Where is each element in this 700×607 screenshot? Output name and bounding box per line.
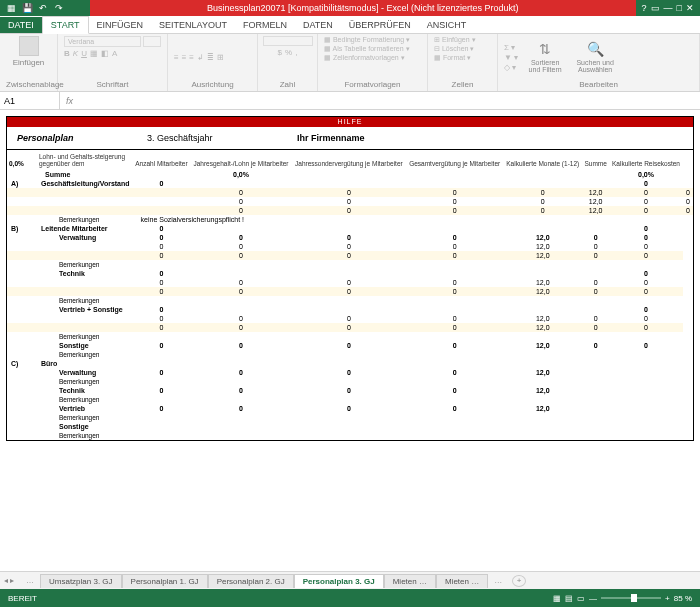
redo-icon[interactable]: ↷ (54, 3, 64, 13)
close-icon[interactable]: ✕ (686, 3, 694, 13)
col-1: Anzahl Mitarbeiter (133, 150, 191, 170)
help-strip: HILFE (7, 117, 693, 127)
group-cells-label: Zellen (434, 78, 491, 89)
zoom-slider[interactable] (601, 597, 661, 599)
undo-icon[interactable]: ↶ (38, 3, 48, 13)
find-select-button[interactable]: 🔍 Suchen und Auswählen (572, 41, 618, 73)
currency-icon[interactable]: $ (278, 48, 282, 57)
zoom-out[interactable]: — (589, 594, 597, 603)
table-row: A)Geschäftsleitung/Vorstand00 (7, 179, 693, 188)
status-bar: BEREIT ▦ ▤ ▭ — + 85 % (0, 589, 700, 607)
table-row: B)Leitende Mitarbeiter00 (7, 224, 693, 233)
pct-label: Lohn- und Gehalts-steigerung gegenüber d… (39, 153, 125, 167)
align-top-icon[interactable]: ≡ (174, 53, 179, 62)
percent-icon[interactable]: % (285, 48, 292, 57)
minimize-icon[interactable]: — (664, 3, 673, 13)
border-button[interactable]: ▦ (90, 49, 98, 58)
align-left-icon[interactable]: ≣ (207, 53, 214, 62)
sheet-tab[interactable]: Mieten … (384, 574, 436, 588)
paste-button[interactable]: Einfügen (6, 36, 51, 67)
italic-button[interactable]: K (73, 49, 78, 58)
col-3: Jahressondervergütung je Mitarbeiter (292, 150, 406, 170)
sheet-tab[interactable]: Personalplan 3. GJ (294, 574, 384, 588)
sort-filter-button[interactable]: ⇅ Sortieren und Filtern (524, 41, 566, 73)
align-middle-icon[interactable]: ≡ (182, 53, 187, 62)
ribbon: Einfügen Zwischenablage Verdana B K U ▦ … (0, 34, 700, 92)
group-number-label: Zahl (264, 78, 311, 89)
group-alignment-label: Ausrichtung (174, 78, 251, 89)
table-row: C)Büro (7, 359, 693, 368)
tab-file[interactable]: DATEI (0, 17, 42, 33)
cond-format-button[interactable]: ▦ Bedingte Formatierung ▾ (324, 36, 410, 44)
sheet-tab[interactable]: Mieten … (436, 574, 488, 588)
sheet-more-left[interactable]: … (20, 576, 40, 585)
fill-icon[interactable]: ▼ ▾ (504, 53, 518, 62)
titlebar: ▦ 💾 ↶ ↷ Businessplan20071 [Kompatibilitä… (0, 0, 700, 16)
table-row: 000012,000 (7, 197, 693, 206)
format-table-button[interactable]: ▦ Als Tabelle formatieren ▾ (324, 45, 410, 53)
col-7: Kalkulierte Reisekosten (609, 150, 683, 170)
clear-icon[interactable]: ◇ ▾ (504, 63, 518, 72)
font-color-button[interactable]: A (112, 49, 117, 58)
table-row: Summe0,0%0,0% (7, 170, 693, 179)
worksheet[interactable]: HILFE Personalplan 3. Geschäftsjahr Ihr … (0, 110, 700, 571)
zoom-in[interactable]: + (665, 594, 670, 603)
number-format-select[interactable] (263, 36, 313, 46)
table-row: Technik00 (7, 269, 693, 278)
cell-styles-button[interactable]: ▦ Zellenformatvorlagen ▾ (324, 54, 405, 62)
sheet-tab[interactable]: Umsatzplan 3. GJ (40, 574, 122, 588)
align-bottom-icon[interactable]: ≡ (189, 53, 194, 62)
save-icon[interactable]: 💾 (22, 3, 32, 13)
table-row: Bemerkungen (7, 395, 693, 404)
tab-view[interactable]: ANSICHT (419, 17, 475, 33)
ribbon-options-icon[interactable]: ▭ (651, 3, 660, 13)
table-row: Vertrieb + Sonstige00 (7, 305, 693, 314)
wrap-text-icon[interactable]: ↲ (197, 53, 204, 62)
tab-home[interactable]: START (42, 16, 89, 34)
merge-icon[interactable]: ⊞ (217, 53, 224, 62)
view-normal-icon[interactable]: ▦ (553, 594, 561, 603)
insert-cells-button[interactable]: ⊞ Einfügen ▾ (434, 36, 476, 44)
pct-value: 0,0% (9, 160, 24, 167)
formula-input[interactable] (79, 96, 700, 106)
font-name-select[interactable]: Verdana (64, 36, 141, 47)
group-editing: Σ ▾ ▼ ▾ ◇ ▾ ⇅ Sortieren und Filtern 🔍 Su… (498, 34, 700, 91)
fill-color-button[interactable]: ◧ (101, 49, 109, 58)
font-size-select[interactable] (143, 36, 161, 47)
delete-cells-button[interactable]: ⊟ Löschen ▾ (434, 45, 474, 53)
add-sheet-button[interactable]: + (512, 575, 526, 587)
table-row: Bemerkungen (7, 350, 693, 359)
name-box[interactable]: A1 (0, 92, 60, 109)
tab-data[interactable]: DATEN (295, 17, 341, 33)
sheet-tab[interactable]: Personalplan 1. GJ (122, 574, 208, 588)
formula-bar: A1 fx (0, 92, 700, 110)
sheet-nav-next[interactable]: ▸ (10, 576, 14, 585)
group-styles-label: Formatvorlagen (324, 78, 421, 89)
fx-label[interactable]: fx (60, 96, 79, 106)
maximize-icon[interactable]: □ (677, 3, 682, 13)
table-row: 000012,000 (7, 206, 693, 215)
view-layout-icon[interactable]: ▤ (565, 594, 573, 603)
table-row: 000012,000 (7, 278, 693, 287)
tab-review[interactable]: ÜBERPRÜFEN (341, 17, 419, 33)
group-cells: ⊞ Einfügen ▾ ⊟ Löschen ▾ ▦ Format ▾ Zell… (428, 34, 498, 91)
table-row: Sonstige000012,000 (7, 341, 693, 350)
tab-formulas[interactable]: FORMELN (235, 17, 295, 33)
sheet-more-right[interactable]: … (488, 576, 508, 585)
underline-button[interactable]: U (81, 49, 87, 58)
comma-icon[interactable]: , (295, 48, 297, 57)
group-styles: ▦ Bedingte Formatierung ▾ ▦ Als Tabelle … (318, 34, 428, 91)
tab-insert[interactable]: EINFÜGEN (89, 17, 152, 33)
table-row: Bemerkungen (7, 431, 693, 440)
help-icon[interactable]: ? (642, 3, 647, 13)
document-frame: HILFE Personalplan 3. Geschäftsjahr Ihr … (6, 116, 694, 441)
bold-button[interactable]: B (64, 49, 70, 58)
sheet-nav-prev[interactable]: ◂ (4, 576, 8, 585)
autosum-icon[interactable]: Σ ▾ (504, 43, 518, 52)
view-break-icon[interactable]: ▭ (577, 594, 585, 603)
tab-pagelayout[interactable]: SEITENLAYOUT (151, 17, 235, 33)
sheet-tab[interactable]: Personalplan 2. GJ (208, 574, 294, 588)
table-row: 000012,000 (7, 242, 693, 251)
table-row: Bemerkungen (7, 260, 693, 269)
format-cells-button[interactable]: ▦ Format ▾ (434, 54, 471, 62)
